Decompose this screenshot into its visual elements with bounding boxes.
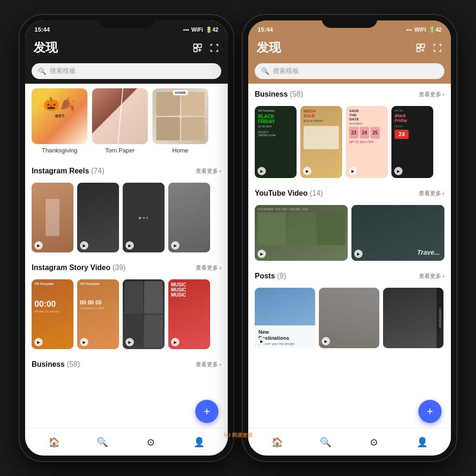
home-label: Home: [172, 147, 189, 154]
nav-search-1[interactable]: 🔍: [91, 430, 114, 454]
header-bar-1: 发现: [25, 36, 228, 60]
play-icon-2: ▶: [80, 241, 88, 250]
nav-search-2[interactable]: 🔍: [314, 430, 337, 454]
header-icons-1: [192, 43, 219, 53]
nav-home-1[interactable]: 🏠: [42, 430, 66, 454]
story-card-1[interactable]: VN Template 00:00 Monday, 01 January ▶: [32, 279, 73, 349]
reel-card-3[interactable]: ▶ ● ● ▶: [123, 183, 165, 252]
tornpaper-label: Torn Paper: [105, 147, 135, 154]
battery-1: 🔋42: [205, 26, 218, 33]
play-icon-5: ▶: [34, 338, 43, 346]
business-section-2: Business (58) 查看更多 ›: [248, 84, 451, 106]
yt-card-1[interactable]: FILM BORDER FILM REC FILM 4000 FILM ▶: [255, 205, 348, 261]
reel-card-4[interactable]: ▶: [168, 183, 210, 252]
reels-section: Instagram Reels (74) 查看更多 ›: [25, 160, 228, 183]
posts-section: Posts (9) 查看更多 ›: [248, 265, 451, 288]
play-icon-3: ▶: [126, 241, 134, 250]
youtube-header: YouTube Video (14) 查看更多 ›: [255, 189, 444, 198]
wifi-icon-1: WiFi: [191, 26, 203, 33]
phone-1: 15:44 ▪▪▪ WiFi 🔋42 发现: [20, 15, 233, 461]
reels-header: Instagram Reels (74) 查看更多 ›: [32, 167, 221, 175]
posts-scroll: NewDestinations Discover your trip desig…: [248, 288, 451, 353]
story-card-2[interactable]: VN Template 00 00 00 Countdown to 2024 ▶: [77, 279, 119, 349]
thanksgiving-label: Thanksgiving: [42, 147, 78, 154]
reel-card-1[interactable]: ▶: [32, 183, 73, 252]
home-thumb: HOME: [152, 88, 208, 144]
play-icon-6: ▶: [80, 338, 88, 346]
reels-scroll: ▶ ▶ ▶ ● ● ▶ ▶: [25, 183, 228, 257]
post-card-1[interactable]: NewDestinations Discover your trip desig…: [255, 288, 315, 348]
play-icon-8: ▶: [171, 338, 179, 346]
battery-2: 🔋42: [429, 26, 442, 33]
svg-rect-5: [417, 48, 420, 51]
yt-card-2[interactable]: Trave... ▶: [351, 205, 444, 261]
play-icon-b1: ▶: [258, 167, 266, 175]
biz-card-4[interactable]: VN Te... BlackFriday FRIDAY 24 ▶: [391, 106, 433, 178]
scroll-content-1[interactable]: 🎃🍂 感恩节 Thanksgiving Torn Paper: [25, 84, 228, 428]
fab-button-2[interactable]: +: [418, 400, 442, 423]
fab-button-1[interactable]: +: [195, 400, 218, 423]
search-container-1: 🔍 搜索模板: [25, 60, 228, 84]
svg-rect-3: [417, 44, 420, 47]
time-2: 15:44: [258, 26, 273, 33]
nav-profile-1[interactable]: 👤: [187, 430, 211, 454]
featured-thanksgiving[interactable]: 🎃🍂 感恩节 Thanksgiving: [32, 88, 87, 154]
business-scroll-2: VN Template BLACKFRIDAY 24-30 NOV ENJOY …: [248, 106, 451, 183]
expand-icon-1[interactable]: [209, 43, 219, 53]
youtube-see-more[interactable]: 查看更多 ›: [419, 190, 444, 198]
play-icon-yt2: ▶: [354, 250, 363, 258]
tornpaper-thumb: [92, 88, 148, 144]
posts-title: Posts (9): [255, 272, 286, 280]
expand-icon-2[interactable]: [432, 43, 443, 53]
business-header-2: Business (58) 查看更多 ›: [255, 90, 444, 99]
business-see-more[interactable]: 查看更多 ›: [196, 361, 221, 369]
reel-card-2[interactable]: ▶: [77, 183, 119, 252]
post-card-2[interactable]: ▶: [319, 288, 379, 348]
import-icon-2[interactable]: [416, 43, 426, 53]
story-card-4[interactable]: MUSICMUSICMUSIC ▶: [168, 279, 210, 349]
youtube-section: YouTube Video (14) 查看更多 ›: [248, 183, 451, 205]
search-icon-1: 🔍: [38, 67, 46, 75]
business-section: Business (58) 查看更多 ›: [25, 354, 228, 376]
story-scroll: VN Template 00:00 Monday, 01 January ▶ V…: [25, 279, 228, 354]
play-icon-b4: ▶: [394, 167, 403, 175]
biz-card-2[interactable]: MEGASALE BLACK FRIDAY ▶: [300, 106, 342, 178]
phone-2: 15:44 ▪▪▪ WiFi 🔋42 发现: [243, 15, 456, 461]
nav-home-2[interactable]: 🏠: [265, 430, 289, 454]
search-placeholder-1: 搜索模板: [50, 67, 76, 75]
reels-title: Instagram Reels (74): [32, 167, 105, 175]
svg-rect-2: [194, 48, 197, 51]
business-title-2: Business (58): [255, 90, 303, 99]
post-card-3[interactable]: #PHOTOGRAPHY: [383, 288, 443, 348]
nav-profile-2[interactable]: 👤: [410, 430, 434, 454]
featured-tornpaper[interactable]: Torn Paper: [92, 88, 148, 154]
play-icon-yt1: ▶: [258, 250, 266, 258]
status-icons-1: ▪▪▪ WiFi 🔋42: [183, 26, 218, 33]
youtube-title: YouTube Video (14): [255, 189, 323, 198]
bottom-nav-1: 🏠 🔍 ⊙ 👤: [25, 428, 228, 456]
posts-see-more[interactable]: 查看更多 ›: [419, 272, 444, 280]
wifi-icon-2: WiFi: [414, 26, 426, 33]
bottom-nav-2: 🏠 🔍 ⊙ 👤: [248, 428, 451, 456]
story-section: Instagram Story Video (39) 查看更多 ›: [25, 257, 228, 279]
nav-compass-1[interactable]: ⊙: [139, 430, 162, 454]
search-placeholder-2: 搜索模板: [273, 67, 299, 75]
story-see-more[interactable]: 查看更多 ›: [196, 264, 221, 272]
search-bar-1[interactable]: 🔍 搜索模板: [32, 63, 221, 79]
biz-card-1[interactable]: VN Template BLACKFRIDAY 24-30 NOV ENJOY …: [255, 106, 297, 178]
featured-row-1: 🎃🍂 感恩节 Thanksgiving Torn Paper: [25, 84, 228, 160]
featured-home[interactable]: HOME Home: [152, 88, 208, 154]
search-bar-2[interactable]: 🔍 搜索模板: [255, 63, 444, 79]
biz-card-3[interactable]: SAVETHEDATE NOVEMBER 23 24 25 UP TO 40% …: [346, 106, 388, 178]
reels-see-more[interactable]: 查看更多 ›: [196, 167, 221, 175]
header-icons-2: [416, 43, 443, 53]
play-icon-p2: ▶: [322, 337, 330, 345]
play-icon: ▶: [34, 241, 43, 250]
signal-icon-2: ▪▪▪: [406, 26, 412, 33]
business-see-more-2[interactable]: 查看更多 ›: [419, 91, 444, 99]
import-icon-1[interactable]: [192, 43, 203, 53]
nav-compass-2[interactable]: ⊙: [362, 430, 385, 454]
page-title-1: 发现: [33, 40, 58, 56]
scroll-content-2[interactable]: Business (58) 查看更多 › VN Template BLACKFR…: [248, 84, 451, 428]
story-card-3[interactable]: ▶: [123, 279, 165, 349]
